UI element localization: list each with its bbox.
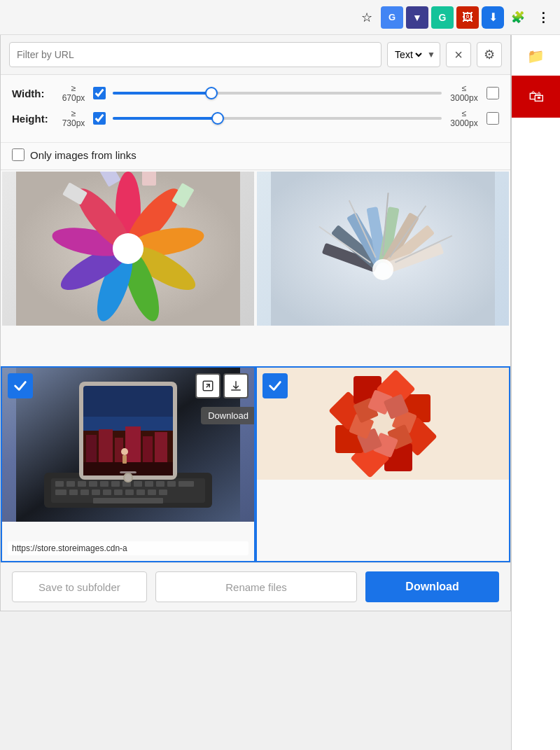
svg-rect-40 xyxy=(100,481,108,487)
settings-button[interactable]: ⚙ xyxy=(477,42,502,67)
svg-rect-71 xyxy=(122,455,127,464)
browser-toolbar: ☆ G ▼ G 🖼 ⬇ 🧩 ⋮ xyxy=(0,0,560,35)
width-min-sign: ≥ xyxy=(71,83,76,93)
svg-rect-54 xyxy=(125,489,134,495)
svg-rect-55 xyxy=(136,489,145,495)
image-url-3: https://store.storeimages.cdn-a xyxy=(8,541,248,555)
image-icon[interactable]: 🖼 xyxy=(456,6,479,29)
check-overlay-3[interactable] xyxy=(8,373,33,398)
height-slider[interactable] xyxy=(113,111,442,125)
svg-point-29 xyxy=(372,259,393,280)
height-max-value: 3000px xyxy=(450,118,477,128)
height-filter-row: Height: ≥ 730px ≤ 3000px xyxy=(12,109,499,128)
svg-rect-45 xyxy=(156,481,164,487)
width-label: Width: xyxy=(12,88,54,99)
popup-panel: Text ▼ × ⚙ Width: ≥ 670px ≤ xyxy=(0,35,511,611)
svg-rect-51 xyxy=(92,489,100,495)
save-subfolder-button[interactable]: Save to subfolder xyxy=(12,571,147,602)
action-icons-3: Download xyxy=(195,373,248,398)
image-cell-4[interactable] xyxy=(255,366,510,562)
type-select-wrapper: Text ▼ xyxy=(387,42,440,67)
open-tab-button[interactable] xyxy=(195,373,220,398)
only-images-text: Only images from links xyxy=(30,149,136,161)
svg-point-70 xyxy=(121,448,128,455)
clear-filter-button[interactable]: × xyxy=(446,42,471,67)
width-max-checkbox[interactable] xyxy=(486,87,499,99)
download-single-button[interactable] xyxy=(223,373,248,398)
check-overlay-4[interactable] xyxy=(262,373,288,398)
filter-input[interactable] xyxy=(9,42,382,67)
grammarly-icon[interactable]: G xyxy=(431,6,454,29)
height-label: Height: xyxy=(12,113,54,125)
image-preview-4 xyxy=(257,368,509,480)
svg-rect-37 xyxy=(66,481,75,487)
height-max-sign: ≤ xyxy=(462,109,467,118)
svg-rect-53 xyxy=(114,489,122,495)
image-preview-1 xyxy=(2,172,254,326)
image-cell-1[interactable] xyxy=(1,170,255,366)
only-images-checkbox[interactable] xyxy=(12,148,24,161)
width-min-checkbox[interactable] xyxy=(93,87,106,99)
width-min-value: 670px xyxy=(62,93,85,103)
svg-rect-47 xyxy=(178,481,194,487)
chevron-down-icon: ▼ xyxy=(427,50,435,60)
download-button[interactable]: Download xyxy=(365,571,499,602)
width-slider[interactable] xyxy=(113,86,442,100)
google-translate-icon[interactable]: G xyxy=(381,6,403,29)
star-icon[interactable]: ☆ xyxy=(356,6,378,29)
download-ext-icon[interactable]: ⬇ xyxy=(482,6,504,29)
only-images-row: Only images from links xyxy=(1,143,510,170)
hypothesis-icon[interactable]: ▼ xyxy=(406,6,428,29)
height-min-sign: ≥ xyxy=(71,109,76,118)
filter-bar: Text ▼ × ⚙ xyxy=(1,35,510,75)
svg-rect-39 xyxy=(89,481,97,487)
dimension-filters: Width: ≥ 670px ≤ 3000px Height: xyxy=(1,75,510,143)
svg-rect-57 xyxy=(159,489,167,495)
height-min-checkbox[interactable] xyxy=(93,112,106,125)
more-icon[interactable]: ⋮ xyxy=(532,6,554,29)
image-preview-2 xyxy=(257,172,509,326)
bottom-bar: Save to subfolder Rename files Download xyxy=(1,562,510,611)
svg-rect-36 xyxy=(55,481,64,487)
svg-rect-38 xyxy=(78,481,86,487)
bag-sidebar-icon[interactable]: 🛍 xyxy=(512,76,560,118)
svg-rect-58 xyxy=(93,498,163,504)
width-max-value: 3000px xyxy=(450,93,477,103)
svg-rect-52 xyxy=(103,489,111,495)
svg-rect-44 xyxy=(145,481,153,487)
svg-point-10 xyxy=(113,233,144,264)
svg-rect-48 xyxy=(55,489,66,495)
height-max-checkbox[interactable] xyxy=(486,112,499,125)
height-min-value: 730px xyxy=(62,118,85,128)
type-select[interactable]: Text xyxy=(392,48,424,61)
svg-rect-56 xyxy=(148,489,156,495)
width-max-sign: ≤ xyxy=(462,83,467,93)
rename-files-button[interactable]: Rename files xyxy=(155,571,357,602)
right-sidebar: 📁 🛍 xyxy=(511,35,560,750)
svg-point-74 xyxy=(125,474,132,481)
image-grid: Download xyxy=(1,170,510,562)
folder-sidebar-icon[interactable]: 📁 xyxy=(522,42,550,70)
width-filter-row: Width: ≥ 670px ≤ 3000px xyxy=(12,83,499,103)
svg-rect-41 xyxy=(111,481,120,487)
image-cell-3[interactable]: Download xyxy=(1,366,255,562)
svg-rect-46 xyxy=(167,481,176,487)
svg-rect-13 xyxy=(142,172,156,186)
svg-rect-43 xyxy=(134,481,142,487)
svg-rect-49 xyxy=(69,489,78,495)
svg-rect-50 xyxy=(80,489,89,495)
puzzle-icon[interactable]: 🧩 xyxy=(507,6,529,29)
image-cell-2[interactable] xyxy=(255,170,510,366)
only-images-label[interactable]: Only images from links xyxy=(12,148,499,161)
